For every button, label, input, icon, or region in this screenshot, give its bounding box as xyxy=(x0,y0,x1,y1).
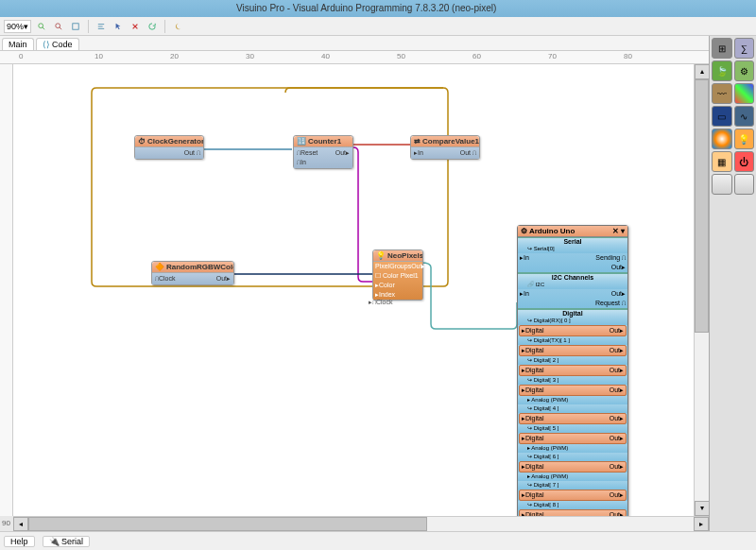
zoom-combo[interactable]: 90%▾ xyxy=(4,20,31,33)
zoom-out-icon[interactable] xyxy=(52,20,65,33)
component-palette: ⊞∑ 🍃⚙ 〰 ▭∿ 💡 ▦⏻ xyxy=(709,36,756,550)
toolbar: 90%▾ xyxy=(0,17,756,36)
pal-signal[interactable]: 〰 xyxy=(712,83,732,104)
pal-leaf[interactable]: 🍃 xyxy=(712,60,732,81)
pin-d7[interactable]: ▸DigitalOut▸ xyxy=(519,490,627,501)
serial-section-hdr: Serial xyxy=(518,238,627,245)
canvas[interactable]: ⏱ClockGenerator1 Out ⎍ 🔢Counter1 ⎍ResetO… xyxy=(13,64,709,516)
svg-rect-2 xyxy=(73,23,78,28)
node-header: ⇄CompareValue1 xyxy=(411,136,479,147)
neopixel-clock-pin[interactable]: ▸⎍Clock xyxy=(369,299,393,306)
pal-chip[interactable]: ▦ xyxy=(712,151,732,172)
sep2 xyxy=(164,20,165,33)
pal-wave[interactable]: ∿ xyxy=(734,106,755,127)
tab-code[interactable]: ⟨⟩ Code xyxy=(36,38,79,50)
pin-d5[interactable]: ▸DigitalOut▸ xyxy=(519,433,627,444)
zoom-fit-icon[interactable] xyxy=(69,20,82,33)
pal-bulb[interactable]: 💡 xyxy=(734,129,755,149)
refresh-icon[interactable] xyxy=(146,20,159,33)
zoom-in-icon[interactable] xyxy=(35,20,48,33)
pin-d0[interactable]: ▸DigitalOut▸ xyxy=(519,325,627,336)
serial-button[interactable]: 🔌 Serial xyxy=(43,536,91,547)
pal-color[interactable] xyxy=(712,129,732,149)
moon-icon[interactable] xyxy=(171,20,184,33)
statusbar: 90 Help 🔌 Serial xyxy=(0,531,756,550)
delete-icon[interactable] xyxy=(129,20,142,33)
node-header: 🔶RandomRGBWColor1 xyxy=(152,262,233,273)
status-coord: 90 xyxy=(2,519,10,527)
out-label: Out xyxy=(184,149,195,156)
canvas-area: ⏱ClockGenerator1 Out ⎍ 🔢Counter1 ⎍ResetO… xyxy=(13,64,709,516)
compare-icon: ⇄ xyxy=(414,137,421,146)
ruler-vertical xyxy=(0,64,13,516)
pal-data[interactable]: ⊞ xyxy=(712,38,732,59)
color-icon: 🔶 xyxy=(155,263,164,271)
pin-d6[interactable]: ▸DigitalOut▸ xyxy=(519,461,627,473)
pal-power[interactable]: ⏻ xyxy=(734,151,755,172)
i2c-section-hdr: I2C Channels xyxy=(518,274,627,281)
led-icon: 💡 xyxy=(376,251,386,260)
pal-rgb[interactable] xyxy=(734,83,755,104)
ruler-horizontal: 0 10 20 30 40 50 60 70 80 xyxy=(0,51,756,64)
tabbar: Main ⟨⟩ Code xyxy=(0,36,756,51)
pal-gears[interactable]: ⚙ xyxy=(734,60,755,81)
node-neopixels[interactable]: 💡NeoPixels1 PixelGroupsOut▸ ☐ Color Pixe… xyxy=(372,249,423,301)
pin-d3[interactable]: ▸DigitalOut▸ xyxy=(519,385,627,396)
node-counter[interactable]: 🔢Counter1 ⎍ResetOut▸ ⎍In xyxy=(293,135,353,169)
align-icon[interactable] xyxy=(94,20,108,33)
clock-icon: ⏱ xyxy=(138,137,146,146)
tab-code-label: Code xyxy=(52,40,73,49)
node-header: 💡NeoPixels1 xyxy=(373,250,422,262)
node-clockgenerator[interactable]: ⏱ClockGenerator1 Out ⎍ xyxy=(134,135,204,160)
node-comparevalue[interactable]: ⇄CompareValue1 ▸InOut ⎍ xyxy=(410,135,480,160)
node-header: ⏱ClockGenerator1 xyxy=(135,136,203,147)
node-randomcolor[interactable]: 🔶RandomRGBWColor1 ⎍ClockOut▸ xyxy=(151,261,234,285)
scrollbar-vertical[interactable]: ▴ ▾ xyxy=(694,64,709,516)
pin-d1[interactable]: ▸DigitalOut▸ xyxy=(519,345,627,356)
counter-icon: 🔢 xyxy=(297,137,306,146)
pin-d8[interactable]: ▸DigitalOut▸ xyxy=(519,509,627,516)
help-button[interactable]: Help xyxy=(4,536,35,547)
pal-empty2[interactable] xyxy=(734,174,755,195)
select-icon[interactable] xyxy=(112,20,125,33)
pin-d4[interactable]: ▸DigitalOut▸ xyxy=(519,413,627,424)
node-header: 🔢Counter1 xyxy=(294,136,352,147)
digital-section-hdr: Digital xyxy=(518,310,627,317)
pin-d2[interactable]: ▸DigitalOut▸ xyxy=(519,365,627,376)
tab-main[interactable]: Main xyxy=(2,38,34,50)
pal-empty1[interactable] xyxy=(712,174,732,195)
pal-display[interactable]: ▭ xyxy=(712,106,732,127)
titlebar: Visuino Pro - Visual Arduino Programming… xyxy=(0,0,756,17)
pal-math[interactable]: ∑ xyxy=(734,38,755,59)
node-arduino[interactable]: ⚙ Arduino Uno ✕ ▾ Serial ↪ Serial[0] ▸In… xyxy=(517,225,628,516)
sep xyxy=(88,20,89,33)
scrollbar-horizontal[interactable]: ◂▸ xyxy=(13,516,709,531)
arduino-header: ⚙ Arduino Uno ✕ ▾ xyxy=(518,226,627,237)
